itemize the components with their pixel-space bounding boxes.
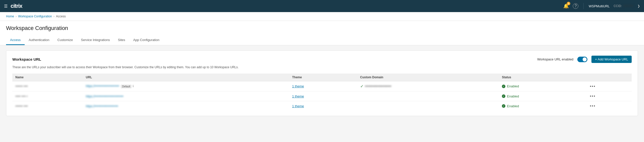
tab-access[interactable]: Access bbox=[6, 36, 25, 45]
cell-actions: ••• bbox=[587, 81, 632, 91]
hamburger-menu-icon[interactable]: ☰ bbox=[4, 4, 8, 9]
cell-url: https://•••••••••••••••••••••• bbox=[83, 101, 289, 111]
notification-bell-wrapper: 🔔 5 bbox=[563, 3, 569, 9]
col-custom-domain: Custom Domain bbox=[357, 74, 499, 81]
nav-right: 🔔 5 ? WSPMultiURL CCID: •••••••••• ❯ bbox=[563, 3, 640, 9]
cell-status: Enabled bbox=[499, 81, 587, 91]
page-title: Workspace Configuration bbox=[6, 25, 638, 31]
ccid-value: •••••••••• bbox=[623, 4, 633, 8]
cell-custom-domain: ✓••••••••••••••••••••••••• bbox=[357, 81, 499, 91]
custom-domain-value: ••••••••••••••••••••••••• bbox=[365, 85, 391, 88]
tab-app-configuration[interactable]: App Configuration bbox=[129, 36, 164, 45]
col-status: Status bbox=[499, 74, 587, 81]
cell-status: Enabled bbox=[499, 91, 587, 101]
card-header-right: Workspace URL enabled + Add Workspace UR… bbox=[537, 56, 632, 63]
default-badge: Default bbox=[121, 85, 132, 88]
card-description: These are the URLs your subscriber will … bbox=[12, 65, 632, 69]
nav-divider bbox=[583, 3, 584, 9]
url-link[interactable]: https://••••••••••••••••••••••• bbox=[86, 84, 119, 88]
breadcrumb-current-page: Access bbox=[56, 15, 66, 18]
breadcrumb-sep-1: › bbox=[16, 15, 17, 18]
workspace-url-enabled-label: Workspace URL enabled bbox=[537, 57, 574, 61]
name-value: ••••••• •••• bbox=[15, 85, 28, 88]
theme-link[interactable]: 1 theme bbox=[292, 94, 304, 98]
page-header: Workspace Configuration Access Authentic… bbox=[0, 21, 644, 45]
tab-sites[interactable]: Sites bbox=[114, 36, 129, 45]
cell-name: ••••• •••• • bbox=[12, 91, 83, 101]
table-row: ••••• •••• •https://••••••••••••••••••••… bbox=[12, 91, 632, 101]
cell-url: https://••••••••••••••••••••••••••• bbox=[83, 91, 289, 101]
username-label[interactable]: WSPMultiURL bbox=[589, 4, 610, 8]
card-header: Workspace URL Workspace URL enabled + Ad… bbox=[12, 56, 632, 63]
cell-status: Enabled bbox=[499, 101, 587, 111]
col-url: URL bbox=[83, 74, 289, 81]
breadcrumb: Home › Workspace Configuration › Access bbox=[0, 12, 644, 21]
card-title: Workspace URL bbox=[12, 57, 41, 61]
cell-theme: 1 theme bbox=[289, 91, 357, 101]
custom-domain-check-icon: ✓ bbox=[360, 84, 364, 89]
name-value: ••••• •••• • bbox=[15, 95, 28, 98]
workspace-url-card: Workspace URL Workspace URL enabled + Ad… bbox=[6, 50, 638, 116]
account-chevron-icon[interactable]: ❯ bbox=[637, 4, 640, 8]
status-text: Enabled bbox=[507, 84, 519, 88]
main-content: Workspace URL Workspace URL enabled + Ad… bbox=[0, 45, 644, 121]
more-options-button[interactable]: ••• bbox=[590, 104, 596, 108]
status-text: Enabled bbox=[507, 94, 519, 98]
add-workspace-url-button[interactable]: + Add Workspace URL bbox=[591, 56, 632, 63]
url-link[interactable]: https://••••••••••••••••••••••••••• bbox=[86, 95, 123, 98]
url-link[interactable]: https://•••••••••••••••••••••• bbox=[86, 104, 118, 108]
toggle-knob bbox=[583, 57, 587, 61]
ccid-wrapper: CCID: •••••••••• bbox=[614, 4, 633, 8]
theme-link[interactable]: 1 theme bbox=[292, 84, 304, 88]
status-indicator bbox=[502, 85, 505, 88]
status-indicator bbox=[502, 94, 505, 98]
cell-custom-domain bbox=[357, 101, 499, 111]
name-value: ••••••• •••• bbox=[15, 104, 28, 108]
cell-theme: 1 theme bbox=[289, 81, 357, 91]
citrix-logo: citrix bbox=[11, 3, 22, 9]
table-row: ••••••• ••••https://••••••••••••••••••••… bbox=[12, 101, 632, 111]
cell-custom-domain bbox=[357, 91, 499, 101]
cell-url: https://•••••••••••••••••••••••Defaultℹ bbox=[83, 81, 289, 91]
info-icon[interactable]: ℹ bbox=[133, 84, 134, 88]
col-theme: Theme bbox=[289, 74, 357, 81]
top-navigation: ☰ citrix 🔔 5 ? WSPMultiURL CCID: •••••••… bbox=[0, 0, 644, 12]
more-options-button[interactable]: ••• bbox=[590, 94, 596, 98]
nav-left: ☰ citrix bbox=[4, 3, 22, 9]
tab-customize[interactable]: Customize bbox=[53, 36, 77, 45]
cell-name: ••••••• •••• bbox=[12, 101, 83, 111]
status-indicator bbox=[502, 104, 505, 108]
col-name: Name bbox=[12, 74, 83, 81]
workspace-url-toggle[interactable] bbox=[577, 57, 587, 62]
ccid-label: CCID: bbox=[614, 4, 622, 8]
theme-link[interactable]: 1 theme bbox=[292, 104, 304, 108]
help-icon[interactable]: ? bbox=[573, 3, 578, 9]
cell-actions: ••• bbox=[587, 101, 632, 111]
tab-bar: Access Authentication Customize Service … bbox=[6, 36, 638, 45]
table-header-row: Name URL Theme Custom Domain Status bbox=[12, 74, 632, 81]
col-actions bbox=[587, 74, 632, 81]
cell-theme: 1 theme bbox=[289, 101, 357, 111]
breadcrumb-home-link[interactable]: Home bbox=[6, 15, 14, 18]
workspace-url-table: Name URL Theme Custom Domain Status ••••… bbox=[12, 74, 632, 111]
notification-badge: 5 bbox=[567, 2, 570, 5]
status-text: Enabled bbox=[507, 104, 519, 108]
tab-service-integrations[interactable]: Service Integrations bbox=[77, 36, 114, 45]
cell-actions: ••• bbox=[587, 91, 632, 101]
cell-name: ••••••• •••• bbox=[12, 81, 83, 91]
breadcrumb-workspace-config-link[interactable]: Workspace Configuration bbox=[18, 15, 52, 18]
breadcrumb-sep-2: › bbox=[54, 15, 55, 18]
more-options-button[interactable]: ••• bbox=[590, 84, 596, 89]
tab-authentication[interactable]: Authentication bbox=[25, 36, 53, 45]
table-row: ••••••• ••••https://••••••••••••••••••••… bbox=[12, 81, 632, 91]
